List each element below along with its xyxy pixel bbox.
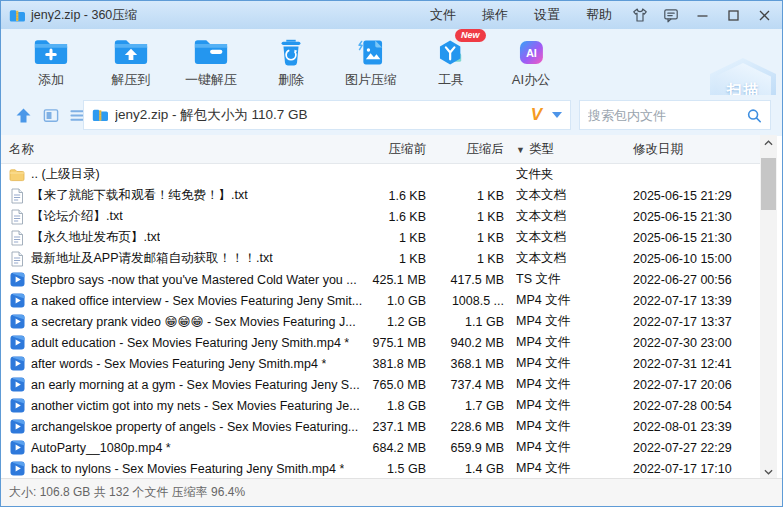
image-compress-button[interactable]: 图片压缩 bbox=[331, 32, 411, 89]
file-name: AutoParty__1080p.mp4 * bbox=[31, 441, 171, 455]
close-button[interactable] bbox=[756, 7, 772, 23]
file-row[interactable]: a naked office interview - Sex Movies Fe… bbox=[1, 290, 762, 311]
file-row[interactable]: 【论坛介绍】.txt1.6 KB1 KB文本文档2025-06-15 21:30 bbox=[1, 206, 762, 227]
size-after: 1 KB bbox=[426, 231, 504, 245]
new-badge: New bbox=[455, 29, 486, 42]
file-type: 文本文档 bbox=[504, 208, 633, 225]
size-after: 368.1 MB bbox=[426, 357, 504, 371]
file-row[interactable]: 最新地址及APP请发邮箱自动获取！！！.txt1 KB1 KB文本文档2025-… bbox=[1, 248, 762, 269]
minimize-button[interactable] bbox=[694, 7, 710, 23]
search-input[interactable] bbox=[588, 108, 746, 123]
header-date[interactable]: 修改日期 bbox=[633, 141, 762, 158]
size-after: 228.6 MB bbox=[426, 420, 504, 434]
status-text: 大小: 106.8 GB 共 132 个文件 压缩率 96.4% bbox=[9, 484, 245, 501]
file-row[interactable]: back to nylons - Sex Movies Featuring Je… bbox=[1, 458, 762, 479]
modified-date: 2025-06-15 21:30 bbox=[633, 231, 762, 245]
size-before: 1.5 GB bbox=[369, 462, 426, 476]
titlebar-icons bbox=[632, 7, 772, 23]
skin-icon[interactable] bbox=[632, 7, 648, 23]
file-row[interactable]: another victim got into my nets - Sex Mo… bbox=[1, 395, 762, 416]
search-icon[interactable] bbox=[746, 107, 762, 123]
file-row[interactable]: 【来了就能下载和观看！纯免费！】.txt1.6 KB1 KB文本文档2025-0… bbox=[1, 185, 762, 206]
up-level-icon[interactable] bbox=[13, 106, 33, 124]
modified-date: 2022-07-17 13:39 bbox=[633, 294, 762, 308]
header-size-after[interactable]: 压缩后 bbox=[426, 141, 504, 158]
size-after: 1 KB bbox=[426, 189, 504, 203]
file-row[interactable]: an early morning at a gym - Sex Movies F… bbox=[1, 374, 762, 395]
file-name: 【论坛介绍】.txt bbox=[31, 208, 123, 225]
scrollbar-thumb[interactable] bbox=[761, 158, 776, 210]
panel-view-icon[interactable] bbox=[41, 106, 61, 124]
modified-date: 2025-06-15 21:30 bbox=[633, 210, 762, 224]
ai-office-button[interactable]: AI AI办公 bbox=[491, 32, 571, 89]
file-name: a naked office interview - Sex Movies Fe… bbox=[31, 294, 362, 308]
size-before: 1.6 KB bbox=[369, 189, 426, 203]
statusbar: 大小: 106.8 GB 共 132 个文件 压缩率 96.4% bbox=[1, 478, 782, 506]
file-type: MP4 文件 bbox=[504, 439, 633, 456]
modified-date: 2022-07-17 13:37 bbox=[633, 315, 762, 329]
text-file-icon bbox=[9, 251, 25, 267]
file-row[interactable]: a secretary prank video 😁😁😁 - Sex Movies… bbox=[1, 311, 762, 332]
search-box bbox=[579, 100, 771, 130]
folder-oneclick-icon bbox=[192, 34, 230, 71]
menu-operation[interactable]: 操作 bbox=[482, 6, 508, 24]
path-box[interactable]: jeny2.zip - 解包大小为 110.7 GB V bbox=[83, 100, 571, 130]
maximize-button[interactable] bbox=[725, 7, 741, 23]
tools-button[interactable]: New 工具 bbox=[411, 32, 491, 89]
delete-button[interactable]: 删除 bbox=[251, 32, 331, 89]
header-name[interactable]: 名称 bbox=[1, 141, 369, 158]
modified-date: 2022-07-17 17:10 bbox=[633, 462, 762, 476]
menu-help[interactable]: 帮助 bbox=[586, 6, 612, 24]
file-type: MP4 文件 bbox=[504, 376, 633, 393]
file-row[interactable]: Stepbro says -now that you've Mastered C… bbox=[1, 269, 762, 290]
folder-extract-icon bbox=[112, 34, 150, 71]
file-name: after words - Sex Movies Featuring Jeny … bbox=[31, 357, 326, 371]
file-row[interactable]: .. (上级目录)文件夹 bbox=[1, 164, 762, 185]
file-row[interactable]: after words - Sex Movies Featuring Jeny … bbox=[1, 353, 762, 374]
text-file-icon bbox=[9, 209, 25, 225]
add-button[interactable]: 添加 bbox=[11, 32, 91, 89]
video-file-icon bbox=[9, 398, 25, 414]
video-file-icon bbox=[9, 335, 25, 351]
folder-add-icon bbox=[32, 34, 70, 71]
one-click-extract-button[interactable]: 一键解压 bbox=[171, 32, 251, 89]
folder-file-icon bbox=[9, 167, 25, 183]
chevron-down-icon[interactable] bbox=[552, 112, 562, 118]
file-name: 【来了就能下载和观看！纯免费！】.txt bbox=[31, 187, 248, 204]
trash-icon bbox=[275, 34, 307, 71]
size-after: 1 KB bbox=[426, 210, 504, 224]
extract-to-button[interactable]: 解压到 bbox=[91, 32, 171, 89]
video-file-icon bbox=[9, 461, 25, 477]
size-before: 1.6 KB bbox=[369, 210, 426, 224]
size-after: 659.9 MB bbox=[426, 441, 504, 455]
modified-date: 2025-06-15 21:29 bbox=[633, 189, 762, 203]
menu-file[interactable]: 文件 bbox=[430, 6, 456, 24]
scroll-up-icon[interactable] bbox=[760, 135, 777, 151]
feedback-icon[interactable] bbox=[663, 7, 679, 23]
file-name: adult education - Sex Movies Featuring J… bbox=[31, 336, 349, 350]
file-row[interactable]: 【永久地址发布页】.txt1 KB1 KB文本文档2025-06-15 21:3… bbox=[1, 227, 762, 248]
size-after: 1.1 GB bbox=[426, 315, 504, 329]
video-file-icon bbox=[9, 440, 25, 456]
vertical-scrollbar[interactable] bbox=[760, 135, 777, 480]
file-row[interactable]: adult education - Sex Movies Featuring J… bbox=[1, 332, 762, 353]
size-before: 237.1 MB bbox=[369, 420, 426, 434]
file-type: MP4 文件 bbox=[504, 292, 633, 309]
app-window: jeny2.zip - 360压缩 文件 操作 设置 帮助 bbox=[0, 0, 783, 507]
size-before: 425.1 MB bbox=[369, 273, 426, 287]
header-size-before[interactable]: 压缩前 bbox=[369, 141, 426, 158]
file-row[interactable]: archangelskoe property of angels - Sex M… bbox=[1, 416, 762, 437]
size-after: 1.4 GB bbox=[426, 462, 504, 476]
ai-office-icon: AI bbox=[514, 34, 548, 71]
file-type: MP4 文件 bbox=[504, 313, 633, 330]
video-file-icon bbox=[9, 272, 25, 288]
svg-text:AI: AI bbox=[526, 47, 537, 59]
file-row[interactable]: AutoParty__1080p.mp4 *684.2 MB659.9 MBMP… bbox=[1, 437, 762, 458]
modified-date: 2025-06-10 15:00 bbox=[633, 252, 762, 266]
menu-settings[interactable]: 设置 bbox=[534, 6, 560, 24]
size-after: 1 KB bbox=[426, 252, 504, 266]
vip-v-logo: V bbox=[531, 105, 542, 125]
header-type-label: 类型 bbox=[529, 142, 554, 156]
header-type[interactable]: ▼类型 bbox=[504, 141, 633, 158]
one-click-extract-label: 一键解压 bbox=[185, 71, 237, 89]
